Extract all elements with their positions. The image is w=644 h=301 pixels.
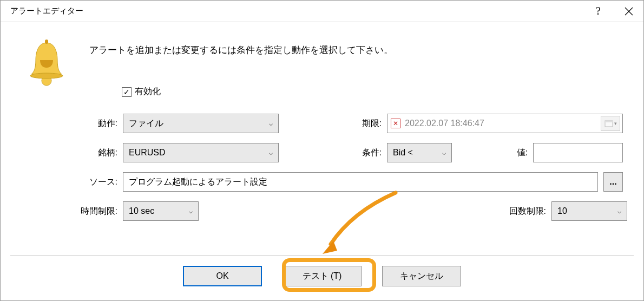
timeout-label: 時間制限: [1,206,117,217]
test-button[interactable]: テスト (T) [282,266,362,286]
condition-select[interactable]: Bid < ⌵ [387,143,452,162]
symbol-select[interactable]: EURUSD ⌵ [123,143,279,162]
max-iterations-label: 回数制限: [509,206,546,217]
bell-icon [25,38,68,87]
svg-rect-5 [45,40,48,44]
chevron-down-icon: ⌵ [442,149,446,156]
symbol-label: 銘柄: [1,147,117,159]
cancel-button[interactable]: キャンセル [382,266,461,286]
help-button[interactable]: ? [585,1,614,22]
chevron-down-icon: ⌵ [269,120,273,127]
svg-point-4 [30,73,63,78]
source-input[interactable]: プログラム起動によるアラート設定 [123,172,598,192]
dialog-buttons: OK テスト (T) キャンセル [1,266,643,286]
chevron-down-icon: ▾ [614,121,617,126]
divider [10,255,634,256]
dialog-content: アラートを追加または変更するには条件を指定し動作を選択して下さい。 ✓ 有効化 … [1,22,643,38]
action-select[interactable]: ファイル ⌵ [123,114,279,133]
svg-text:?: ? [596,6,601,17]
condition-label: 条件: [279,147,382,159]
value-label: 値: [452,147,528,159]
ok-button[interactable]: OK [183,266,262,286]
timeout-select[interactable]: 10 sec ⌵ [123,201,199,221]
ok-label: OK [216,271,228,281]
expiration-value: 2022.02.07 18:46:47 [405,119,484,128]
expiration-label: 期限: [279,118,382,129]
chevron-down-icon: ⌵ [269,149,273,156]
browse-label: ... [609,177,616,187]
value-input[interactable] [533,143,623,162]
close-button[interactable] [614,1,643,22]
close-icon [625,7,633,16]
action-label: 動作: [1,118,117,129]
calendar-button[interactable]: ▾ [601,116,620,131]
max-iterations-value: 10 [557,206,567,216]
svg-rect-7 [605,121,613,122]
checkbox-icon: ✓ [122,87,132,97]
source-label: ソース: [1,176,117,188]
chevron-down-icon: ⌵ [189,207,193,215]
symbol-value: EURUSD [129,148,166,158]
source-value: プログラム起動によるアラート設定 [129,176,267,188]
condition-value: Bid < [393,148,413,158]
max-iterations-select[interactable]: 10 ⌵ [551,201,627,221]
titlebar: アラートエディター ? [1,1,643,22]
instruction-text: アラートを追加または変更するには条件を指定し動作を選択して下さい。 [89,44,393,56]
enable-label: 有効化 [135,86,161,97]
cancel-label: キャンセル [400,271,443,282]
chevron-down-icon: ⌵ [617,207,621,215]
x-icon: ✕ [391,119,400,128]
alert-editor-window: アラートエディター ? アラートを追加または変更するには条件を指定し動作を選択し… [0,0,644,301]
calendar-icon [604,120,613,127]
enable-checkbox-row[interactable]: ✓ 有効化 [122,86,161,97]
window-title: アラートエディター [10,6,585,16]
timeout-value: 10 sec [129,206,154,216]
test-label: テスト (T) [303,271,342,282]
browse-button[interactable]: ... [603,172,623,192]
action-value: ファイル [129,118,163,129]
expiration-input[interactable]: ✕ 2022.02.07 18:46:47 ▾ [387,114,623,133]
